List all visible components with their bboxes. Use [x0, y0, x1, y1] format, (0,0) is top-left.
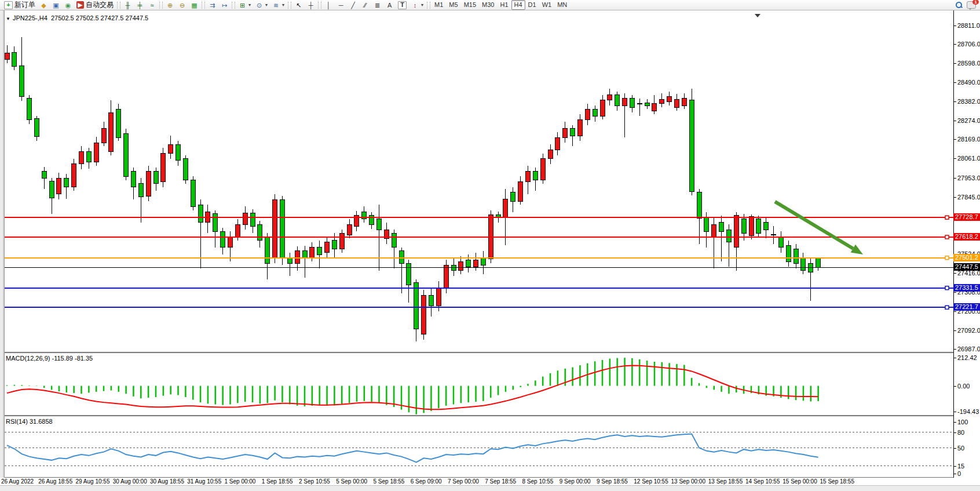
- axis-tick-mark: [954, 422, 956, 423]
- candle-body: [503, 199, 508, 217]
- chart-shift-marker-icon[interactable]: [755, 14, 760, 17]
- candle-body: [79, 152, 84, 164]
- metaeditor-button[interactable]: ◆: [38, 0, 50, 10]
- templates-button[interactable]: ≋▾: [270, 0, 287, 10]
- tile-windows-button[interactable]: ▦: [188, 0, 200, 10]
- candle-body: [131, 171, 136, 187]
- axis-tick-mark: [954, 44, 956, 45]
- zoom-out-icon: ⊖: [178, 1, 186, 9]
- fibonacci-button[interactable]: ≣: [371, 0, 383, 10]
- candle-body: [221, 231, 225, 248]
- macd-panel[interactable]: [0, 353, 953, 415]
- candle-body: [689, 100, 694, 192]
- axis-tick-mark: [954, 273, 956, 274]
- vertical-line-icon: │: [325, 1, 332, 9]
- candle-body: [459, 261, 463, 270]
- line-handle[interactable]: [945, 305, 949, 309]
- crosshair-button[interactable]: ┼: [305, 0, 317, 10]
- timeframe-h4[interactable]: H4: [511, 0, 525, 10]
- text-label-button[interactable]: T: [396, 0, 409, 10]
- axis-tick-mark: [954, 330, 956, 331]
- price-line-tag: 27728.7: [953, 213, 980, 221]
- candle-body: [235, 224, 240, 237]
- axis-tick-mark: [954, 121, 956, 121]
- zoom-in-button[interactable]: ⊕: [164, 0, 176, 10]
- timeframe-m1[interactable]: M1: [432, 0, 446, 10]
- axis-tick-mark: [954, 448, 956, 449]
- rsi-panel[interactable]: [0, 416, 953, 477]
- candle-body: [20, 66, 24, 97]
- text-button[interactable]: A: [383, 0, 396, 10]
- new-chart-icon: ⊞: [239, 1, 246, 9]
- candle-body: [392, 233, 396, 247]
- time-tick-label: 26 Aug 18:55: [38, 478, 72, 485]
- time-tick-label: 26 Aug 2022: [1, 478, 34, 485]
- axis-tick-mark: [954, 26, 956, 26]
- notification-badge: 1: [972, 0, 979, 5]
- arrow-objects-icon: ↕: [411, 1, 419, 9]
- rsi-tick-label: 15: [957, 463, 964, 470]
- timeframe-d1[interactable]: D1: [525, 0, 539, 10]
- price-tick-label: 28061.0: [957, 155, 980, 162]
- price-axis[interactable]: 28811.028706.028598.028490.028382.028274…: [953, 10, 980, 478]
- timeframe-m15[interactable]: M15: [461, 0, 479, 10]
- axis-tick-mark: [954, 474, 956, 474]
- candle-body: [786, 246, 791, 262]
- new-order-button[interactable]: +新订单: [2, 0, 38, 10]
- line-chart-button[interactable]: ≈: [146, 0, 158, 10]
- candle-body: [34, 119, 39, 137]
- timeframe-w1[interactable]: W1: [539, 0, 555, 10]
- line-chart-icon: ≈: [148, 1, 156, 9]
- price-chart-panel[interactable]: [0, 10, 953, 352]
- horizontal-line-button[interactable]: ─: [335, 0, 347, 10]
- chart-title-symbol: JPN225-,H4: [13, 14, 47, 21]
- line-handle[interactable]: [945, 235, 949, 239]
- candle-body: [407, 263, 411, 285]
- candle-body: [295, 251, 299, 263]
- trend-arrow-head[interactable]: [851, 245, 863, 254]
- candle-body: [600, 100, 605, 117]
- trendline-button[interactable]: ╱: [347, 0, 359, 10]
- vertical-line-button[interactable]: │: [323, 0, 335, 10]
- periods-button[interactable]: ⊙▾: [253, 0, 270, 10]
- time-tick-label: 13 Sep 00:00: [671, 478, 706, 485]
- line-handle[interactable]: [945, 216, 949, 219]
- cursor-button[interactable]: ↖: [292, 0, 305, 10]
- search-icon[interactable]: [956, 2, 962, 8]
- equidistant-channel-button[interactable]: ⁄⁄: [359, 0, 371, 10]
- trend-arrow-object[interactable]: [775, 202, 853, 249]
- timeframe-m5[interactable]: M5: [446, 0, 460, 10]
- terminal-button[interactable]: ▣: [50, 0, 62, 10]
- candle-body: [682, 99, 686, 106]
- line-handle[interactable]: [945, 256, 949, 260]
- candle-body: [593, 109, 597, 116]
- timeframe-mn[interactable]: MN: [554, 0, 570, 10]
- price-line-tag: 27331.5: [953, 284, 980, 292]
- main-toolbar: +新订单◆▣◉▶自动交易╫╪≈⊕⊖▦⇉↦⊞▾⊙▾≋▾↖┼│─╱⁄⁄≣AT↕▾M1…: [0, 0, 980, 10]
- autotrading-button[interactable]: ▶自动交易: [74, 0, 116, 10]
- notifications-icon[interactable]: 1: [967, 1, 976, 9]
- time-axis[interactable]: 26 Aug 202226 Aug 18:5529 Aug 10:5530 Au…: [0, 478, 980, 485]
- candle-body: [339, 233, 344, 249]
- price-tick-label: 28706.0: [957, 41, 980, 48]
- arrows-button[interactable]: ↕▾: [409, 0, 426, 10]
- candle-body: [370, 216, 374, 224]
- line-handle[interactable]: [945, 286, 949, 290]
- price-tick-label: 27092.0: [957, 327, 980, 334]
- bar-chart-button[interactable]: ╫: [122, 0, 134, 10]
- candlestick-button[interactable]: ╪: [134, 0, 146, 10]
- timeframe-h1[interactable]: H1: [497, 0, 511, 10]
- auto-scroll-button[interactable]: ⇉: [206, 0, 218, 10]
- timeframe-m30[interactable]: M30: [479, 0, 497, 10]
- axis-tick-mark: [954, 158, 956, 159]
- text-label-icon: T: [398, 1, 407, 9]
- candle-body: [258, 224, 262, 241]
- new-chart-button[interactable]: ⊞▾: [236, 0, 253, 10]
- chart-dropdown-icon[interactable]: ▼: [6, 16, 10, 21]
- candle-body: [347, 224, 352, 235]
- signals-button[interactable]: ◉: [62, 0, 74, 10]
- candle-body: [719, 223, 724, 231]
- zoom-out-button[interactable]: ⊖: [176, 0, 188, 10]
- candle-body: [169, 144, 173, 153]
- chart-shift-button[interactable]: ↦: [218, 0, 231, 10]
